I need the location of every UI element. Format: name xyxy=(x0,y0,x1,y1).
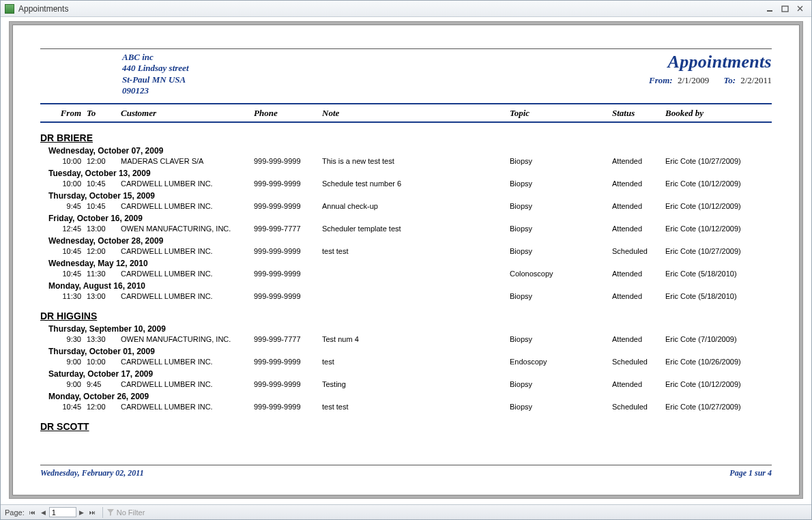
cell-bookedby: Eric Cote (10/26/2009) xyxy=(665,358,788,366)
cell-customer: CARDWELL LUMBER INC. xyxy=(121,247,254,255)
cell-from: 10:00 xyxy=(53,179,87,188)
date-header: Saturday, October 17, 2009 xyxy=(48,369,772,379)
col-customer: Customer xyxy=(121,108,254,119)
cell-status: Attended xyxy=(612,202,665,210)
appointment-row: 10:0012:00MADERAS CLAVER S/A999-999-9999… xyxy=(40,156,772,166)
cell-customer: CARDWELL LUMBER INC. xyxy=(121,270,254,278)
first-page-icon[interactable]: ⏮ xyxy=(27,507,38,518)
cell-status: Scheduled xyxy=(612,358,665,366)
appointment-row: 9:4510:45CARDWELL LUMBER INC.999-999-999… xyxy=(40,201,772,211)
date-header: Monday, August 16, 2010 xyxy=(48,281,772,291)
date-header: Tuesday, October 13, 2009 xyxy=(48,169,772,178)
col-note: Note xyxy=(322,108,510,119)
footer-date: Wednesday, February 02, 2011 xyxy=(40,468,144,478)
cell-topic: Biopsy xyxy=(510,157,612,165)
cell-from: 9:00 xyxy=(53,358,87,366)
cell-status: Attended xyxy=(612,179,665,188)
col-topic: Topic xyxy=(510,108,612,119)
appointment-row: 9:009:45CARDWELL LUMBER INC.999-999-9999… xyxy=(40,379,772,389)
next-page-icon[interactable]: ▶ xyxy=(76,507,87,518)
company-name: ABC inc xyxy=(122,52,189,63)
cell-note: test xyxy=(322,358,510,366)
company-street: 440 Lindsay street xyxy=(122,63,189,74)
cell-from: 9:45 xyxy=(53,202,87,210)
cell-note: Test num 4 xyxy=(322,335,510,343)
cell-to: 10:45 xyxy=(87,202,121,210)
cell-phone: 999-999-9999 xyxy=(254,157,322,165)
cell-topic: Biopsy xyxy=(510,403,612,411)
cell-to: 13:30 xyxy=(87,335,121,343)
cell-status: Attended xyxy=(612,335,665,343)
company-zip: 090123 xyxy=(122,85,189,96)
footer-page: Page 1 sur 4 xyxy=(729,468,772,478)
cell-note xyxy=(322,270,510,278)
cell-to: 12:00 xyxy=(87,157,121,165)
cell-customer: OWEN MANUFACTURING, INC. xyxy=(121,225,254,233)
cell-topic: Biopsy xyxy=(510,380,612,388)
cell-status: Attended xyxy=(612,270,665,278)
last-page-icon[interactable]: ⏭ xyxy=(87,507,98,518)
appointment-row: 10:4512:00CARDWELL LUMBER INC.999-999-99… xyxy=(40,401,772,411)
cell-phone: 999-999-9999 xyxy=(254,179,322,188)
cell-phone: 999-999-9999 xyxy=(254,202,322,210)
cell-topic: Biopsy xyxy=(510,202,612,210)
col-bookedby: Booked by xyxy=(665,108,788,119)
cell-topic: Biopsy xyxy=(510,335,612,343)
cell-customer: MADERAS CLAVER S/A xyxy=(121,157,254,165)
appointment-row: 10:4511:30CARDWELL LUMBER INC.999-999-99… xyxy=(40,268,772,278)
cell-note: test test xyxy=(322,247,510,255)
cell-customer: CARDWELL LUMBER INC. xyxy=(121,292,254,300)
cell-phone: 999-999-7777 xyxy=(254,225,322,233)
cell-bookedby: Eric Cote (10/12/2009) xyxy=(665,380,788,388)
svg-rect-1 xyxy=(782,6,788,12)
appointment-row: 10:0010:45CARDWELL LUMBER INC.999-999-99… xyxy=(40,178,772,188)
appointment-row: 9:0010:00CARDWELL LUMBER INC.999-999-999… xyxy=(40,356,772,366)
cell-phone: 999-999-9999 xyxy=(254,247,322,255)
company-block: ABC inc 440 Lindsay street St-Paul MN US… xyxy=(122,52,189,96)
cell-bookedby: Eric Cote (10/12/2009) xyxy=(665,225,788,233)
titlebar: Appointments xyxy=(1,1,811,17)
date-header: Wednesday, October 07, 2009 xyxy=(48,146,772,156)
cell-bookedby: Eric Cote (7/10/2009) xyxy=(665,335,788,343)
report-title: Appointments xyxy=(649,52,772,72)
cell-from: 10:45 xyxy=(53,247,87,255)
cell-status: Attended xyxy=(612,380,665,388)
doctor-group-header: DR HIGGINS xyxy=(40,310,772,321)
close-icon[interactable] xyxy=(794,4,807,14)
cell-customer: CARDWELL LUMBER INC. xyxy=(121,358,254,366)
cell-topic: Biopsy xyxy=(510,247,612,255)
cell-to: 10:45 xyxy=(87,179,121,188)
cell-to: 13:00 xyxy=(87,225,121,233)
cell-from: 9:00 xyxy=(53,380,87,388)
cell-to: 10:00 xyxy=(87,358,121,366)
col-status: Status xyxy=(612,108,665,119)
report-page: ABC inc 440 Lindsay street St-Paul MN US… xyxy=(12,25,800,495)
page-number-input[interactable] xyxy=(49,507,76,517)
maximize-icon[interactable] xyxy=(779,4,792,14)
report-body: DR BRIEREWednesday, October 07, 200910:0… xyxy=(40,132,772,432)
minimize-icon[interactable] xyxy=(764,4,777,14)
doctor-group-header: DR SCOTT xyxy=(40,421,772,432)
cell-customer: OWEN MANUFACTURING, INC. xyxy=(121,335,254,343)
from-label: From: xyxy=(649,75,673,85)
prev-page-icon[interactable]: ◀ xyxy=(38,507,49,518)
cell-from: 10:00 xyxy=(53,157,87,165)
cell-note: Testing xyxy=(322,380,510,388)
cell-phone: 999-999-9999 xyxy=(254,358,322,366)
cell-topic: Colonoscopy xyxy=(510,270,612,278)
cell-note: Schedule test number 6 xyxy=(322,179,510,188)
no-filter-button[interactable]: No Filter xyxy=(107,508,145,517)
statusbar: Page: ⏮ ◀ ▶ ⏭ No Filter xyxy=(1,504,811,519)
date-header: Friday, October 16, 2009 xyxy=(48,214,772,223)
cell-status: Attended xyxy=(612,157,665,165)
date-header: Thursday, September 10, 2009 xyxy=(48,324,772,334)
cell-status: Scheduled xyxy=(612,403,665,411)
company-citystate: St-Paul MN USA xyxy=(122,74,189,85)
cell-customer: CARDWELL LUMBER INC. xyxy=(121,380,254,388)
cell-from: 9:30 xyxy=(53,335,87,343)
col-phone: Phone xyxy=(254,108,322,119)
report-viewer[interactable]: ABC inc 440 Lindsay street St-Paul MN US… xyxy=(9,21,803,499)
cell-from: 10:45 xyxy=(53,270,87,278)
to-label: To: xyxy=(723,75,736,85)
cell-bookedby: Eric Cote (5/18/2010) xyxy=(665,292,788,300)
